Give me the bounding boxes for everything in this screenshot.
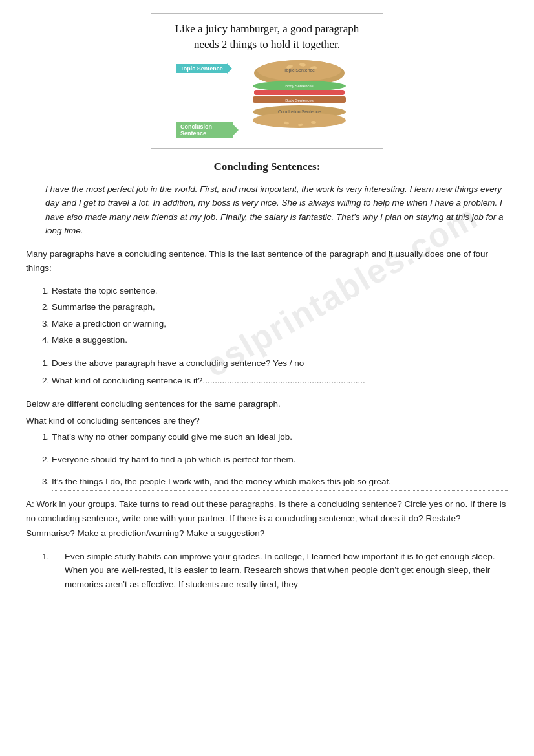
topic-sentence-label: Topic Sentence [176,64,227,73]
body-text: Many paragraphs have a concluding senten… [26,247,508,276]
questions-list: Does the above paragraph have a concludi… [52,356,508,388]
svg-text:Body Sentences: Body Sentences [285,84,314,88]
dotted-line-1 [52,446,508,446]
hamburger-box: Like a juicy hamburger, a good paragraph… [151,13,383,149]
page-title: Concluding Sentences: [26,160,508,173]
four-things-list: Restate the topic sentence, Summarise th… [52,284,508,347]
below-text-2: What kind of concluding sentences are th… [26,414,508,428]
topic-label-row: Topic Sentence [176,64,236,73]
hamburger-labels: Topic Sentence Conclusion Sentence [176,59,236,143]
conclusion-sentence-label: Conclusion Sentence [176,122,233,138]
below-text-1: Below are different concluding sentences… [26,397,508,411]
burger-svg: Topic Sentence Body Sentences Body Sente… [241,59,358,143]
burger-visual: Topic Sentence Body Sentences Body Sente… [241,59,358,143]
question-item: What kind of concluding sentence is it?.… [52,374,508,388]
hamburger-title: Like a juicy hamburger, a good paragraph… [162,21,372,52]
hamburger-image: Topic Sentence Conclusion Sentence [176,59,358,143]
conclusion-label-row: Conclusion Sentence [176,122,236,138]
list-item: Make a prediction or warning, [52,317,508,331]
question-item: Does the above paragraph have a concludi… [52,356,508,371]
intro-paragraph: I have the most perfect job in the world… [26,182,508,238]
concluding-list: That’s why no other company could give m… [52,430,508,491]
list-item: Summarise the paragraph, [52,300,508,314]
activity-item-1: Even simple study habits can improve you… [52,550,508,592]
svg-text:Body Sentences: Body Sentences [285,98,314,102]
dotted-line-3 [52,490,508,491]
svg-rect-8 [254,90,345,95]
activity-intro: A: Work in your groups. Take turns to re… [26,497,508,541]
list-item: Make a suggestion. [52,333,508,347]
concluding-item-1: That’s why no other company could give m… [52,430,508,446]
list-item: Restate the topic sentence, [52,284,508,298]
concluding-item-3: It’s the things I do, the people I work … [52,475,508,491]
hamburger-section: Like a juicy hamburger, a good paragraph… [26,13,508,149]
activity-list: Even simple study habits can improve you… [52,550,508,592]
concluding-item-2: Everyone should try hard to find a job w… [52,453,508,469]
svg-text:Topic Sentence: Topic Sentence [284,68,315,73]
dotted-line-2 [52,468,508,468]
